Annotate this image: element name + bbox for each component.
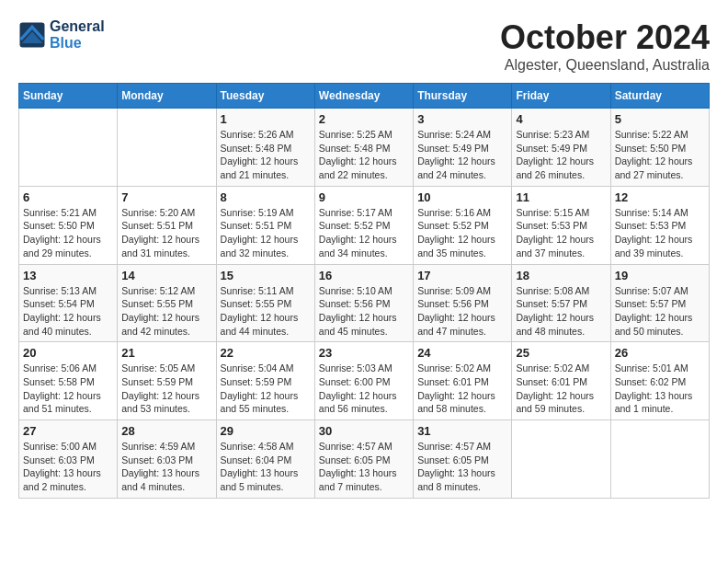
day-of-week-header: Wednesday [314,84,413,109]
day-info: Sunrise: 5:09 AM Sunset: 5:56 PM Dayligh… [417,284,507,339]
calendar-cell: 22Sunrise: 5:04 AM Sunset: 5:59 PM Dayli… [216,342,314,420]
day-number: 6 [23,190,113,204]
calendar-cell: 27Sunrise: 5:00 AM Sunset: 6:03 PM Dayli… [19,420,118,499]
calendar-cell: 8Sunrise: 5:19 AM Sunset: 5:51 PM Daylig… [216,186,314,264]
calendar-cell: 10Sunrise: 5:16 AM Sunset: 5:52 PM Dayli… [414,186,512,264]
calendar-cell [19,109,118,187]
day-of-week-header: Saturday [610,84,709,109]
day-info: Sunrise: 5:24 AM Sunset: 5:49 PM Dayligh… [417,128,507,182]
calendar-week-row: 13Sunrise: 5:13 AM Sunset: 5:54 PM Dayli… [19,264,710,342]
day-info: Sunrise: 5:14 AM Sunset: 5:53 PM Dayligh… [615,206,705,260]
calendar-cell: 13Sunrise: 5:13 AM Sunset: 5:54 PM Dayli… [19,264,118,342]
day-number: 27 [23,424,113,438]
day-number: 21 [121,346,211,360]
calendar-cell: 17Sunrise: 5:09 AM Sunset: 5:56 PM Dayli… [414,264,512,342]
day-number: 9 [319,190,409,204]
day-info: Sunrise: 5:23 AM Sunset: 5:49 PM Dayligh… [516,128,606,182]
day-number: 23 [319,346,409,360]
day-number: 18 [516,269,606,282]
calendar-cell: 15Sunrise: 5:11 AM Sunset: 5:55 PM Dayli… [216,264,314,342]
day-info: Sunrise: 5:03 AM Sunset: 6:00 PM Dayligh… [319,362,409,416]
calendar-cell: 3Sunrise: 5:24 AM Sunset: 5:49 PM Daylig… [414,109,512,187]
day-number: 15 [221,269,311,282]
day-info: Sunrise: 5:01 AM Sunset: 6:02 PM Dayligh… [615,362,705,416]
calendar-cell: 29Sunrise: 4:58 AM Sunset: 6:04 PM Dayli… [216,420,314,499]
day-info: Sunrise: 5:17 AM Sunset: 5:52 PM Dayligh… [319,206,409,260]
calendar-cell: 16Sunrise: 5:10 AM Sunset: 5:56 PM Dayli… [314,264,413,342]
day-info: Sunrise: 5:02 AM Sunset: 6:01 PM Dayligh… [516,362,606,416]
day-number: 28 [121,424,211,438]
month-title: October 2024 [500,18,710,57]
calendar-cell: 9Sunrise: 5:17 AM Sunset: 5:52 PM Daylig… [314,186,413,264]
calendar-week-row: 6Sunrise: 5:21 AM Sunset: 5:50 PM Daylig… [19,186,710,264]
day-info: Sunrise: 4:57 AM Sunset: 6:05 PM Dayligh… [417,440,507,494]
day-number: 22 [221,346,311,360]
day-number: 13 [23,269,113,282]
day-of-week-header: Monday [118,84,216,109]
day-info: Sunrise: 5:07 AM Sunset: 5:57 PM Dayligh… [615,284,705,339]
calendar-cell: 26Sunrise: 5:01 AM Sunset: 6:02 PM Dayli… [610,342,709,420]
day-number: 19 [615,269,705,282]
day-info: Sunrise: 5:19 AM Sunset: 5:51 PM Dayligh… [221,206,311,260]
day-number: 20 [23,346,113,360]
calendar-cell: 12Sunrise: 5:14 AM Sunset: 5:53 PM Dayli… [610,186,709,264]
calendar-cell: 24Sunrise: 5:02 AM Sunset: 6:01 PM Dayli… [414,342,512,420]
day-number: 4 [516,112,606,126]
page-header: General Blue October 2024 Algester, Quee… [18,18,710,74]
day-info: Sunrise: 4:57 AM Sunset: 6:05 PM Dayligh… [319,440,409,494]
calendar-cell: 18Sunrise: 5:08 AM Sunset: 5:57 PM Dayli… [512,264,610,342]
calendar-cell: 6Sunrise: 5:21 AM Sunset: 5:50 PM Daylig… [19,186,118,264]
day-number: 31 [417,424,507,438]
day-info: Sunrise: 4:59 AM Sunset: 6:03 PM Dayligh… [121,440,211,494]
calendar-cell: 11Sunrise: 5:15 AM Sunset: 5:53 PM Dayli… [512,186,610,264]
day-number: 16 [319,269,409,282]
day-info: Sunrise: 5:16 AM Sunset: 5:52 PM Dayligh… [417,206,507,260]
day-info: Sunrise: 5:05 AM Sunset: 5:59 PM Dayligh… [121,362,211,416]
calendar-cell: 30Sunrise: 4:57 AM Sunset: 6:05 PM Dayli… [314,420,413,499]
calendar-cell: 19Sunrise: 5:07 AM Sunset: 5:57 PM Dayli… [610,264,709,342]
calendar-cell: 2Sunrise: 5:25 AM Sunset: 5:48 PM Daylig… [314,109,413,187]
calendar-cell: 4Sunrise: 5:23 AM Sunset: 5:49 PM Daylig… [512,109,610,187]
logo-icon [18,21,46,49]
day-number: 26 [615,346,705,360]
calendar-cell: 31Sunrise: 4:57 AM Sunset: 6:05 PM Dayli… [414,420,512,499]
calendar-week-row: 27Sunrise: 5:00 AM Sunset: 6:03 PM Dayli… [19,420,710,499]
day-info: Sunrise: 5:20 AM Sunset: 5:51 PM Dayligh… [121,206,211,260]
day-number: 1 [221,112,311,126]
day-number: 29 [221,424,311,438]
day-number: 2 [319,112,409,126]
day-number: 11 [516,190,606,204]
location: Algester, Queensland, Australia [500,57,710,74]
calendar-cell: 23Sunrise: 5:03 AM Sunset: 6:00 PM Dayli… [314,342,413,420]
calendar-week-row: 20Sunrise: 5:06 AM Sunset: 5:58 PM Dayli… [19,342,710,420]
calendar-cell: 28Sunrise: 4:59 AM Sunset: 6:03 PM Dayli… [118,420,216,499]
day-number: 8 [221,190,311,204]
day-number: 14 [121,269,211,282]
day-info: Sunrise: 5:26 AM Sunset: 5:48 PM Dayligh… [221,128,311,182]
day-info: Sunrise: 5:25 AM Sunset: 5:48 PM Dayligh… [319,128,409,182]
calendar-header-row: SundayMondayTuesdayWednesdayThursdayFrid… [19,84,710,109]
calendar-cell [512,420,610,499]
day-of-week-header: Tuesday [216,84,314,109]
day-info: Sunrise: 5:12 AM Sunset: 5:55 PM Dayligh… [121,284,211,339]
day-info: Sunrise: 5:11 AM Sunset: 5:55 PM Dayligh… [221,284,311,339]
day-info: Sunrise: 5:00 AM Sunset: 6:03 PM Dayligh… [23,440,113,494]
logo-text: General Blue [50,18,105,52]
day-info: Sunrise: 5:13 AM Sunset: 5:54 PM Dayligh… [23,284,113,339]
day-info: Sunrise: 5:02 AM Sunset: 6:01 PM Dayligh… [417,362,507,416]
calendar-cell: 14Sunrise: 5:12 AM Sunset: 5:55 PM Dayli… [118,264,216,342]
day-info: Sunrise: 5:10 AM Sunset: 5:56 PM Dayligh… [319,284,409,339]
day-of-week-header: Thursday [414,84,512,109]
day-number: 17 [417,269,507,282]
day-number: 5 [615,112,705,126]
calendar-cell: 21Sunrise: 5:05 AM Sunset: 5:59 PM Dayli… [118,342,216,420]
calendar-week-row: 1Sunrise: 5:26 AM Sunset: 5:48 PM Daylig… [19,109,710,187]
calendar-cell [610,420,709,499]
day-info: Sunrise: 5:06 AM Sunset: 5:58 PM Dayligh… [23,362,113,416]
day-of-week-header: Friday [512,84,610,109]
calendar-table: SundayMondayTuesdayWednesdayThursdayFrid… [18,83,710,499]
calendar-cell: 1Sunrise: 5:26 AM Sunset: 5:48 PM Daylig… [216,109,314,187]
day-info: Sunrise: 5:22 AM Sunset: 5:50 PM Dayligh… [615,128,705,182]
calendar-cell: 25Sunrise: 5:02 AM Sunset: 6:01 PM Dayli… [512,342,610,420]
calendar-cell [118,109,216,187]
